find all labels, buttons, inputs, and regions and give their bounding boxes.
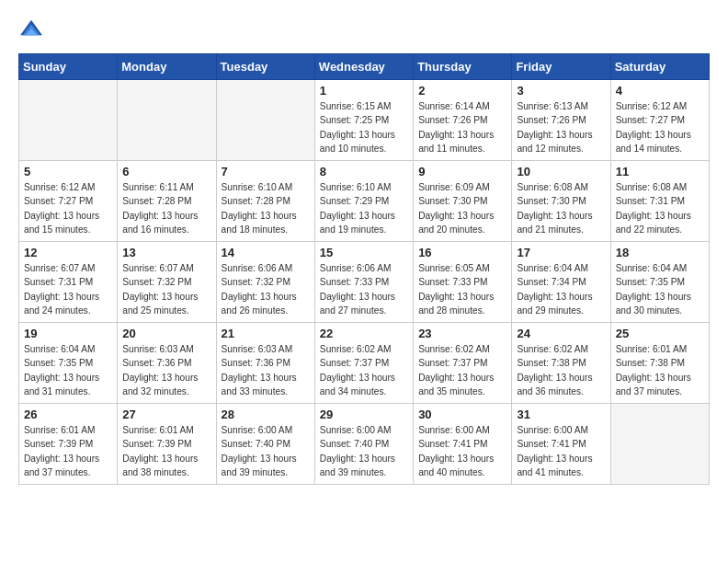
day-number: 29 xyxy=(320,408,408,421)
calendar-cell: 28 Sunrise: 6:00 AM Sunset: 7:40 PM Dayl… xyxy=(216,404,314,485)
daylight-text: Daylight: 13 hours and 25 minutes. xyxy=(122,292,198,316)
sunset-text: Sunset: 7:26 PM xyxy=(517,115,586,125)
day-number: 24 xyxy=(517,327,605,340)
day-number: 8 xyxy=(320,165,408,178)
sunset-text: Sunset: 7:33 PM xyxy=(320,277,389,287)
sunrise-text: Sunrise: 6:08 AM xyxy=(517,182,588,192)
daylight-text: Daylight: 13 hours and 40 minutes. xyxy=(418,454,494,477)
sunset-text: Sunset: 7:34 PM xyxy=(517,277,586,287)
sunrise-text: Sunrise: 6:03 AM xyxy=(122,344,194,354)
day-info: Sunrise: 6:06 AM Sunset: 7:33 PM Dayligh… xyxy=(320,261,408,317)
day-info: Sunrise: 6:15 AM Sunset: 7:25 PM Dayligh… xyxy=(320,99,408,155)
weekday-header-thursday: Thursday xyxy=(414,54,512,80)
daylight-text: Daylight: 13 hours and 11 minutes. xyxy=(418,130,494,154)
calendar-cell xyxy=(118,80,216,161)
daylight-text: Daylight: 13 hours and 26 minutes. xyxy=(222,292,297,316)
daylight-text: Daylight: 13 hours and 34 minutes. xyxy=(320,373,395,396)
sunset-text: Sunset: 7:40 PM xyxy=(222,439,290,449)
calendar-cell: 22 Sunrise: 6:02 AM Sunset: 7:37 PM Dayl… xyxy=(314,323,413,404)
calendar-cell: 26 Sunrise: 6:01 AM Sunset: 7:39 PM Dayl… xyxy=(19,404,118,485)
daylight-text: Daylight: 13 hours and 14 minutes. xyxy=(616,130,691,154)
daylight-text: Daylight: 13 hours and 39 minutes. xyxy=(320,454,395,477)
calendar-cell: 17 Sunrise: 6:04 AM Sunset: 7:34 PM Dayl… xyxy=(512,242,610,323)
calendar-cell: 6 Sunrise: 6:11 AM Sunset: 7:28 PM Dayli… xyxy=(118,161,216,242)
weekday-header-monday: Monday xyxy=(118,54,216,80)
calendar-cell: 23 Sunrise: 6:02 AM Sunset: 7:37 PM Dayl… xyxy=(414,323,512,404)
daylight-text: Daylight: 13 hours and 10 minutes. xyxy=(320,130,395,154)
day-number: 4 xyxy=(616,84,704,98)
day-info: Sunrise: 6:10 AM Sunset: 7:29 PM Dayligh… xyxy=(320,180,408,236)
sunset-text: Sunset: 7:30 PM xyxy=(517,196,586,206)
calendar-cell: 9 Sunrise: 6:09 AM Sunset: 7:30 PM Dayli… xyxy=(414,161,512,242)
sunset-text: Sunset: 7:41 PM xyxy=(517,439,586,449)
sunrise-text: Sunrise: 6:15 AM xyxy=(320,101,392,111)
calendar-cell: 16 Sunrise: 6:05 AM Sunset: 7:33 PM Dayl… xyxy=(414,242,512,323)
day-info: Sunrise: 6:11 AM Sunset: 7:28 PM Dayligh… xyxy=(122,180,210,236)
sunrise-text: Sunrise: 6:07 AM xyxy=(122,263,194,273)
calendar-table: SundayMondayTuesdayWednesdayThursdayFrid… xyxy=(18,53,710,485)
calendar-cell: 25 Sunrise: 6:01 AM Sunset: 7:38 PM Dayl… xyxy=(610,323,709,404)
sunrise-text: Sunrise: 6:00 AM xyxy=(418,425,490,435)
calendar-cell: 14 Sunrise: 6:06 AM Sunset: 7:32 PM Dayl… xyxy=(216,242,314,323)
sunrise-text: Sunrise: 6:01 AM xyxy=(24,425,96,435)
calendar-cell: 8 Sunrise: 6:10 AM Sunset: 7:29 PM Dayli… xyxy=(314,161,413,242)
daylight-text: Daylight: 13 hours and 38 minutes. xyxy=(122,454,198,477)
sunset-text: Sunset: 7:33 PM xyxy=(418,277,487,287)
sunset-text: Sunset: 7:39 PM xyxy=(24,439,93,449)
calendar-cell: 13 Sunrise: 6:07 AM Sunset: 7:32 PM Dayl… xyxy=(118,242,216,323)
daylight-text: Daylight: 13 hours and 18 minutes. xyxy=(222,211,297,235)
daylight-text: Daylight: 13 hours and 36 minutes. xyxy=(517,373,592,396)
calendar-week-row: 1 Sunrise: 6:15 AM Sunset: 7:25 PM Dayli… xyxy=(19,80,710,161)
calendar-cell: 19 Sunrise: 6:04 AM Sunset: 7:35 PM Dayl… xyxy=(19,323,118,404)
day-info: Sunrise: 6:00 AM Sunset: 7:40 PM Dayligh… xyxy=(222,423,310,479)
sunrise-text: Sunrise: 6:02 AM xyxy=(320,344,392,354)
day-info: Sunrise: 6:04 AM Sunset: 7:34 PM Dayligh… xyxy=(517,261,605,317)
day-info: Sunrise: 6:09 AM Sunset: 7:30 PM Dayligh… xyxy=(418,180,506,236)
calendar-cell: 15 Sunrise: 6:06 AM Sunset: 7:33 PM Dayl… xyxy=(314,242,413,323)
day-number: 6 xyxy=(122,165,210,178)
weekday-header-tuesday: Tuesday xyxy=(216,54,314,80)
sunrise-text: Sunrise: 6:14 AM xyxy=(418,101,490,111)
daylight-text: Daylight: 13 hours and 28 minutes. xyxy=(418,292,494,316)
calendar-cell: 3 Sunrise: 6:13 AM Sunset: 7:26 PM Dayli… xyxy=(512,80,610,161)
day-number: 25 xyxy=(616,327,704,340)
day-number: 28 xyxy=(222,408,310,421)
daylight-text: Daylight: 13 hours and 19 minutes. xyxy=(320,211,395,235)
sunrise-text: Sunrise: 6:06 AM xyxy=(222,263,293,273)
day-number: 16 xyxy=(418,246,506,259)
daylight-text: Daylight: 13 hours and 16 minutes. xyxy=(122,211,198,235)
calendar-cell xyxy=(216,80,314,161)
daylight-text: Daylight: 13 hours and 33 minutes. xyxy=(222,373,297,396)
calendar-cell: 30 Sunrise: 6:00 AM Sunset: 7:41 PM Dayl… xyxy=(414,404,512,485)
sunset-text: Sunset: 7:26 PM xyxy=(418,115,487,125)
sunset-text: Sunset: 7:35 PM xyxy=(24,358,93,368)
sunset-text: Sunset: 7:38 PM xyxy=(616,358,685,368)
calendar-cell: 7 Sunrise: 6:10 AM Sunset: 7:28 PM Dayli… xyxy=(216,161,314,242)
calendar-cell: 24 Sunrise: 6:02 AM Sunset: 7:38 PM Dayl… xyxy=(512,323,610,404)
day-info: Sunrise: 6:02 AM Sunset: 7:37 PM Dayligh… xyxy=(320,342,408,398)
sunrise-text: Sunrise: 6:09 AM xyxy=(418,182,490,192)
day-info: Sunrise: 6:03 AM Sunset: 7:36 PM Dayligh… xyxy=(122,342,210,398)
day-number: 13 xyxy=(122,246,210,259)
sunset-text: Sunset: 7:25 PM xyxy=(320,115,389,125)
calendar-week-row: 12 Sunrise: 6:07 AM Sunset: 7:31 PM Dayl… xyxy=(19,242,710,323)
sunset-text: Sunset: 7:29 PM xyxy=(320,196,389,206)
day-number: 17 xyxy=(517,246,605,259)
day-number: 3 xyxy=(517,84,605,98)
sunrise-text: Sunrise: 6:00 AM xyxy=(320,425,392,435)
sunset-text: Sunset: 7:40 PM xyxy=(320,439,389,449)
day-info: Sunrise: 6:07 AM Sunset: 7:32 PM Dayligh… xyxy=(122,261,210,317)
day-number: 21 xyxy=(222,327,310,340)
calendar-cell: 1 Sunrise: 6:15 AM Sunset: 7:25 PM Dayli… xyxy=(314,80,413,161)
daylight-text: Daylight: 13 hours and 22 minutes. xyxy=(616,211,691,235)
calendar-cell: 31 Sunrise: 6:00 AM Sunset: 7:41 PM Dayl… xyxy=(512,404,610,485)
sunset-text: Sunset: 7:28 PM xyxy=(122,196,191,206)
calendar-cell: 18 Sunrise: 6:04 AM Sunset: 7:35 PM Dayl… xyxy=(610,242,709,323)
weekday-header-saturday: Saturday xyxy=(610,54,709,80)
calendar-cell: 5 Sunrise: 6:12 AM Sunset: 7:27 PM Dayli… xyxy=(19,161,118,242)
sunset-text: Sunset: 7:37 PM xyxy=(418,358,487,368)
sunset-text: Sunset: 7:31 PM xyxy=(616,196,685,206)
day-number: 18 xyxy=(616,246,704,259)
day-info: Sunrise: 6:10 AM Sunset: 7:28 PM Dayligh… xyxy=(222,180,310,236)
day-info: Sunrise: 6:08 AM Sunset: 7:31 PM Dayligh… xyxy=(616,180,704,236)
